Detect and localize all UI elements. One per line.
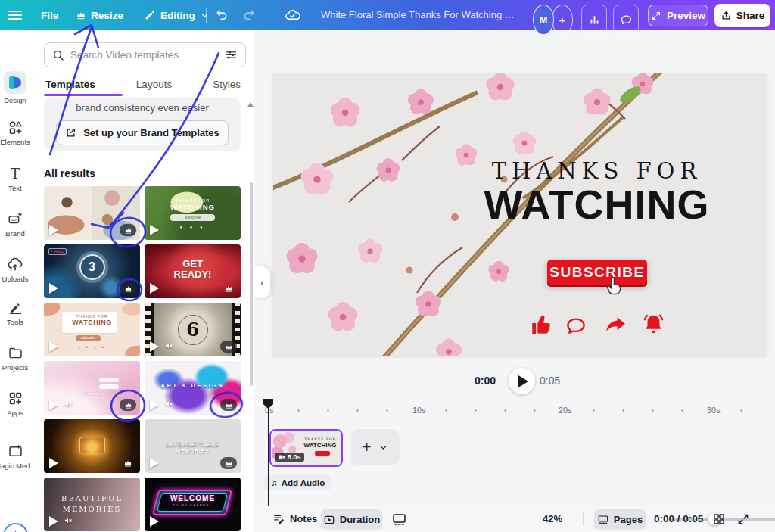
share-button[interactable]: Share (714, 4, 770, 27)
avatar[interactable]: M (533, 5, 554, 35)
play-icon (150, 516, 159, 527)
redo-button[interactable] (241, 0, 256, 30)
clip-mini-title1: THANKS FOR (299, 437, 341, 441)
search-input[interactable] (70, 49, 219, 61)
insights-button[interactable] (581, 5, 607, 35)
tab-layouts[interactable]: Layouts (135, 76, 173, 93)
plus-icon[interactable]: + (363, 440, 372, 455)
resize-button[interactable]: Resize (76, 0, 123, 30)
hand-cursor-icon (604, 275, 627, 297)
duration-button[interactable]: Duration (321, 509, 382, 530)
elements-shapes-icon (8, 120, 23, 135)
fullscreen-button[interactable] (736, 512, 750, 526)
comment-bubble-icon (620, 14, 633, 26)
chevron-down-icon (200, 11, 210, 20)
sidebar-item-elements[interactable]: Elements (0, 120, 30, 146)
crown-icon (224, 284, 233, 293)
sidebar-item-magic-media[interactable]: Magic Media (0, 443, 30, 470)
template-thumbnail-pink-subscribe[interactable]: subscribe (44, 361, 140, 415)
thumb-text: UNFORGETTABLE (145, 442, 241, 447)
scrollbar-thumb[interactable] (250, 182, 253, 386)
sidebar-item-apps[interactable]: Apps (0, 390, 30, 417)
sidebar: Design Elements T Text Brand Uploads Too… (0, 30, 30, 532)
play-icon (150, 341, 159, 352)
editing-mode-dropdown[interactable]: Editing (144, 0, 210, 30)
pro-crown-badge (120, 224, 136, 236)
grid-view-button[interactable] (712, 512, 726, 526)
template-thumbnail-unforgettable-memories[interactable]: UNFORGETTABLE MEMORIES (145, 419, 241, 473)
pro-crown-badge (220, 457, 237, 469)
add-member-button[interactable]: + (552, 5, 573, 35)
apps-grid-icon (8, 390, 23, 406)
tab-templates[interactable]: Templates (44, 76, 97, 93)
pro-crown-badge (120, 399, 136, 411)
clip-mini-title2: WATCHING (299, 442, 341, 449)
undo-button[interactable] (215, 0, 230, 30)
sidebar-item-uploads[interactable]: Uploads (0, 256, 30, 283)
template-thumbnail-get-ready[interactable]: GET READY! (145, 244, 241, 298)
thumb-text: subscribe (77, 391, 107, 396)
filter-sliders-icon[interactable] (225, 48, 238, 61)
setup-brand-templates-button[interactable]: Set up your Brand Templates (56, 120, 229, 145)
search-bar[interactable] (44, 42, 246, 67)
play-button[interactable] (509, 368, 535, 394)
thumb-text: WELCOME (145, 494, 241, 502)
sidebar-item-text[interactable]: T Text (0, 166, 30, 192)
thumb-icons-row: ● ● ● ● (44, 344, 140, 349)
playback-current-time: 0:00 (475, 375, 496, 387)
play-icon (150, 225, 159, 235)
template-thumbnail-countdown-3[interactable]: • REC 3 (44, 244, 140, 298)
add-page-control[interactable]: + (351, 429, 400, 465)
ruler-tick-30s: 30s (705, 406, 723, 415)
canvas-title[interactable]: THANKS FOR WATCHING (425, 158, 767, 228)
crown-icon (124, 285, 132, 293)
duration-play-icon (323, 514, 335, 526)
thumb-text: MEMORIES (44, 505, 140, 513)
sidebar-item-tools[interactable]: Tools (0, 300, 30, 326)
pages-button[interactable]: Pages (594, 509, 646, 530)
text-tool-icon: T (11, 166, 20, 182)
file-menu-button[interactable]: File (41, 0, 58, 30)
zoom-percent[interactable]: 42% (543, 513, 562, 524)
template-thumbnail-beautiful-memories[interactable]: BEAUTIFUL MEMORIES (44, 478, 140, 531)
panel-collapse-button[interactable]: ‹ (254, 266, 270, 298)
expand-diagonal-icon (651, 11, 661, 21)
thumb-text: ART & DESIGN (145, 382, 241, 389)
document-title[interactable]: White Floral Simple Thanks For Watching … (321, 9, 519, 20)
device-preview-button[interactable] (391, 512, 407, 527)
pro-crown-badge (220, 282, 237, 294)
chevron-down-icon[interactable] (378, 443, 388, 453)
bar-chart-icon (588, 14, 601, 26)
tab-styles[interactable]: Styles (211, 76, 242, 93)
template-thumbnail-countdown-6[interactable]: 6 (145, 303, 241, 356)
template-thumbnail-photo-collage[interactable] (44, 186, 140, 240)
template-thumbnail-welcome-neon[interactable]: WELCOME TO MY CHANNEL (145, 478, 241, 531)
template-thumbnail-vintage-camera[interactable] (44, 419, 140, 473)
comments-button[interactable] (613, 5, 639, 35)
timeline-clip[interactable]: THANKS FOR WATCHING 5.0s (269, 429, 343, 467)
video-canvas-page[interactable]: THANKS FOR WATCHING SUBSCRIBE (273, 73, 767, 356)
sidebar-item-brand[interactable]: Brand (0, 210, 30, 238)
notes-button[interactable]: Notes (272, 512, 317, 525)
pro-crown-badge (120, 282, 136, 294)
countdown-ring: 3 (79, 254, 105, 280)
cloud-save-status[interactable] (285, 0, 300, 30)
template-thumbnail-cream-thanks[interactable]: THANKS FOR WATCHING subscribe ● ● ● ● (44, 303, 140, 356)
subscribe-button-graphic[interactable]: SUBSCRIBE (547, 260, 647, 285)
add-audio-button[interactable]: ♫ Add Audio (264, 475, 331, 490)
thumb-text: WATCHING (44, 319, 140, 326)
crown-icon (124, 226, 132, 235)
preview-button[interactable]: Preview (648, 5, 708, 26)
divider (583, 512, 584, 526)
sidebar-item-design[interactable]: Design (0, 71, 30, 104)
pencil-icon (144, 9, 156, 21)
thumb-text: BEAUTIFUL (44, 494, 140, 502)
pro-crown-badge (120, 457, 136, 469)
sidebar-item-projects[interactable]: Projects (0, 345, 30, 372)
scrollbar-up-arrow[interactable] (247, 102, 254, 107)
template-thumbnail-green-thanks[interactable]: THANKS FOR WATCHING subscribe ● ● ● (145, 186, 241, 240)
template-thumbnail-art-design[interactable]: ART & DESIGN (145, 361, 241, 415)
crown-icon (225, 343, 233, 351)
assistant-button[interactable] (3, 523, 28, 532)
hamburger-menu-icon[interactable] (8, 0, 22, 30)
